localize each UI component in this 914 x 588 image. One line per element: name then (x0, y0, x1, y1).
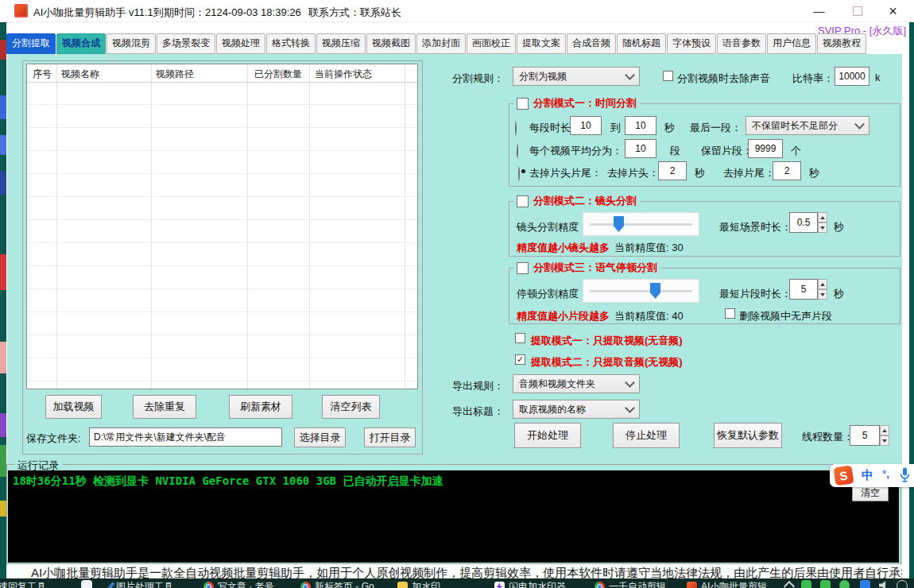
volume-icon[interactable] (879, 580, 889, 588)
last-seg-label: 最后一段： (690, 121, 742, 135)
tab-format-convert[interactable]: 格式转换 (266, 33, 316, 54)
tab-video-process[interactable]: 视频处理 (216, 33, 265, 54)
col-header-name[interactable]: 视频名称 (61, 68, 99, 81)
save-folder-input[interactable]: D:\常用文件夹\新建文件夹\配音 (89, 427, 282, 447)
bitrate-input[interactable]: 10000 (835, 67, 869, 86)
last-seg-select[interactable]: 不保留时长不足部分 (746, 116, 869, 135)
clear-list-button[interactable]: 清空列表 (322, 395, 380, 419)
tab-add-cover[interactable]: 添加封面 (416, 33, 466, 54)
extract1-checkbox[interactable] (515, 333, 525, 343)
slider-thumb[interactable] (614, 216, 624, 232)
taskbar-item-auto-edit[interactable]: 一千自动剪辑 (594, 580, 666, 588)
tab-video-compress[interactable]: 视频压缩 (316, 33, 366, 54)
contact-info: 联系方式：联系站长 (308, 6, 401, 20)
avg-split-radio[interactable] (517, 144, 518, 159)
col-header-count[interactable]: 已分割数量 (254, 68, 302, 81)
seg-from-input[interactable]: 10 (570, 116, 602, 135)
min-clip-spin-down[interactable] (818, 289, 827, 300)
col-header-index[interactable]: 序号 (33, 68, 52, 81)
tray-app-icon[interactable] (860, 580, 870, 588)
ime-punct-toggle[interactable]: °, (882, 468, 889, 480)
spinner-up-icon (820, 283, 825, 286)
export-title-select[interactable]: 取原视频的名称 (513, 400, 640, 419)
sogou-logo-icon[interactable]: S (834, 466, 854, 486)
export-rule-select[interactable]: 音频和视频文件夹 (513, 374, 640, 393)
paw-icon[interactable] (81, 580, 92, 588)
taskbar-item-quick-reply[interactable]: 快速回复工具 (0, 580, 46, 588)
reset-defaults-button[interactable]: 恢复默认参数 (714, 423, 782, 448)
open-dir-button[interactable]: 打开目录 (364, 427, 416, 447)
wechat-icon[interactable] (839, 580, 850, 588)
stop-button[interactable]: 停止处理 (613, 423, 680, 448)
min-clip-input[interactable]: 5 (789, 279, 818, 300)
taskbar-item-lightning-watermark[interactable]: 闪电加水印器 (494, 580, 566, 588)
trim-radio[interactable] (518, 166, 520, 181)
mode1-checkbox[interactable] (517, 98, 529, 110)
tab-video-snapshot[interactable]: 视频截图 (366, 33, 416, 54)
network-icon[interactable] (897, 580, 908, 588)
tab-random-title[interactable]: 随机标题 (617, 33, 666, 54)
threads-spin-down[interactable] (880, 435, 889, 446)
app-title: AI小咖批量剪辑助手 v11.1 (33, 6, 153, 20)
mode2-checkbox[interactable] (517, 195, 529, 207)
maximize-button[interactable] (839, 0, 875, 22)
ime-toolbar: S 中 °, (830, 464, 914, 487)
load-videos-button[interactable]: 加载视频 (45, 395, 102, 419)
taskbar-item-ai-xiaoka[interactable]: AI小咖批量剪辑 (687, 580, 767, 588)
col-header-status[interactable]: 当前操作状态 (315, 68, 372, 81)
tab-user-info[interactable]: 用户信息 (767, 33, 816, 54)
tab-font-preset[interactable]: 字体预设 (667, 33, 716, 54)
scene-precision-slider[interactable] (583, 212, 699, 236)
threads-input[interactable]: 5 (850, 425, 880, 446)
taskbar-item-image-tool[interactable]: 图片处理工具 (109, 580, 173, 588)
keep-count-input[interactable]: 9999 (748, 139, 783, 158)
app-icon (14, 4, 28, 17)
mute-checkbox[interactable] (663, 71, 673, 81)
tab-voice-params[interactable]: 语音参数 (717, 33, 766, 54)
min-scene-sec: 秒 (834, 220, 844, 234)
seg-duration-radio[interactable] (515, 121, 517, 136)
trim-head-input[interactable]: 2 (658, 161, 687, 180)
avg-count-input[interactable]: 10 (625, 139, 656, 158)
tab-video-compose[interactable]: 视频合成 (56, 33, 106, 54)
refresh-button[interactable]: 刷新素材 (229, 395, 292, 419)
bitrate-unit: k (875, 72, 881, 83)
ime-lang-toggle[interactable]: 中 (862, 468, 873, 483)
taskbar-item-write-article[interactable]: 写文章 · 老号 (203, 580, 274, 588)
tray-expand-icon[interactable] (784, 581, 795, 588)
wechat-icon[interactable] (801, 580, 811, 588)
minimize-button[interactable]: — (801, 0, 837, 22)
min-clip-spin-up[interactable] (818, 279, 827, 289)
tab-multiscene[interactable]: 多场景裂变 (157, 33, 215, 54)
min-scene-spin-down[interactable] (818, 222, 827, 233)
select-dir-button[interactable]: 选择目录 (294, 427, 346, 447)
taskbar-item-watermark[interactable]: 加水印 (397, 580, 440, 588)
tab-video-mix[interactable]: 视频混剪 (107, 33, 156, 54)
dedupe-button[interactable]: 去除重复 (133, 395, 196, 419)
min-scene-input[interactable]: 0.5 (789, 212, 818, 233)
col-header-path[interactable]: 视频路径 (156, 68, 194, 81)
tab-video-tutorial[interactable]: 视频教程 (817, 33, 866, 54)
spinner-up-icon (820, 216, 825, 219)
slider-thumb[interactable] (650, 283, 660, 299)
extract2-checkbox[interactable]: ✓ (515, 354, 525, 365)
min-scene-spin-up[interactable] (818, 212, 827, 222)
close-button[interactable]: × (875, 0, 911, 22)
tab-extract-text[interactable]: 提取文案 (517, 33, 566, 54)
trim-tail-input[interactable]: 2 (773, 161, 801, 180)
log-clear-button[interactable]: 清空 (852, 485, 889, 501)
split-rule-select[interactable]: 分割为视频 (513, 67, 640, 86)
threads-spin-up[interactable] (880, 425, 889, 435)
seg-to-input[interactable]: 10 (625, 116, 656, 135)
chrome-icon (594, 582, 605, 588)
pause-precision-slider[interactable] (583, 279, 699, 303)
wechat-icon[interactable] (820, 580, 831, 588)
tab-split-extract[interactable]: 分割提取 (6, 33, 56, 54)
microphone-icon[interactable] (900, 467, 910, 486)
tab-frame-correct[interactable]: 画面校正 (467, 33, 516, 54)
remove-silence-checkbox[interactable] (725, 308, 735, 319)
mode3-checkbox[interactable] (517, 262, 529, 274)
start-button[interactable]: 开始处理 (514, 423, 581, 448)
taskbar-item-new-tab[interactable]: 新标签页 - Go (300, 580, 374, 588)
tab-compose-audio[interactable]: 合成音频 (567, 33, 616, 54)
